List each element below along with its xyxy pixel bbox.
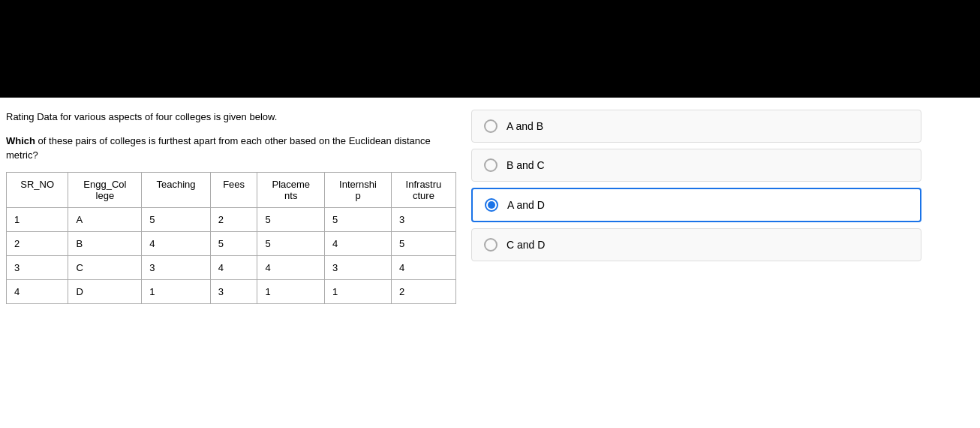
col-header-college: Engg_College bbox=[68, 172, 142, 207]
radio-circle bbox=[484, 158, 498, 172]
question-description: Rating Data for various aspects of four … bbox=[6, 110, 456, 125]
question-line1: Rating Data for various aspects of four … bbox=[6, 111, 277, 122]
table-cell: 2 bbox=[210, 207, 257, 231]
question-main: Which of these pairs of colleges is furt… bbox=[6, 134, 456, 163]
option-label: B and C bbox=[507, 159, 545, 171]
option-label: A and D bbox=[507, 199, 545, 211]
table-cell: 4 bbox=[257, 255, 325, 279]
col-header-teaching: Teaching bbox=[142, 172, 211, 207]
left-panel: Rating Data for various aspects of four … bbox=[6, 110, 456, 304]
radio-circle bbox=[485, 198, 498, 212]
table-cell: 4 bbox=[325, 231, 392, 255]
table-cell: 1 bbox=[7, 207, 68, 231]
question-rest: of these pairs of colleges is furthest a… bbox=[6, 135, 431, 161]
col-header-infra: Infrastructure bbox=[391, 172, 455, 207]
table-row: 4D13112 bbox=[7, 279, 456, 303]
table-cell: 4 bbox=[7, 279, 68, 303]
table-cell: 3 bbox=[142, 255, 211, 279]
table-cell: D bbox=[68, 279, 142, 303]
table-cell: 1 bbox=[257, 279, 325, 303]
col-header-fees: Fees bbox=[210, 172, 257, 207]
table-cell: C bbox=[68, 255, 142, 279]
right-panel: A and BB and CA and DC and D bbox=[471, 110, 974, 304]
option-opt-b-c[interactable]: B and C bbox=[471, 149, 921, 182]
table-cell: 1 bbox=[325, 279, 392, 303]
col-header-internship: Internship bbox=[325, 172, 392, 207]
table-cell: 5 bbox=[210, 231, 257, 255]
table-row: 3C34434 bbox=[7, 255, 456, 279]
table-cell: 2 bbox=[7, 231, 68, 255]
table-row: 1A52553 bbox=[7, 207, 456, 231]
table-cell: 4 bbox=[142, 231, 211, 255]
table-cell: 3 bbox=[391, 207, 455, 231]
table-cell: 3 bbox=[7, 255, 68, 279]
col-header-placements: Placements bbox=[257, 172, 325, 207]
table-cell: 4 bbox=[210, 255, 257, 279]
black-header bbox=[0, 0, 980, 98]
option-label: C and D bbox=[507, 239, 545, 251]
table-cell: A bbox=[68, 207, 142, 231]
option-label: A and B bbox=[507, 120, 543, 132]
option-opt-a-b[interactable]: A and B bbox=[471, 110, 921, 143]
table-cell: B bbox=[68, 231, 142, 255]
option-opt-c-d[interactable]: C and D bbox=[471, 228, 921, 261]
table-cell: 5 bbox=[325, 207, 392, 231]
data-table: SR_NO Engg_College Teaching Fees Placeme… bbox=[6, 172, 456, 304]
table-cell: 4 bbox=[391, 255, 455, 279]
radio-circle bbox=[484, 119, 498, 133]
question-bold: Which bbox=[6, 135, 35, 146]
table-cell: 5 bbox=[391, 231, 455, 255]
table-row: 2B45545 bbox=[7, 231, 456, 255]
table-cell: 5 bbox=[142, 207, 211, 231]
table-cell: 1 bbox=[142, 279, 211, 303]
col-header-srno: SR_NO bbox=[7, 172, 68, 207]
radio-circle bbox=[484, 238, 498, 252]
table-cell: 2 bbox=[391, 279, 455, 303]
table-cell: 3 bbox=[210, 279, 257, 303]
table-cell: 5 bbox=[257, 231, 325, 255]
table-cell: 3 bbox=[325, 255, 392, 279]
table-cell: 5 bbox=[257, 207, 325, 231]
option-opt-a-d[interactable]: A and D bbox=[471, 188, 921, 222]
